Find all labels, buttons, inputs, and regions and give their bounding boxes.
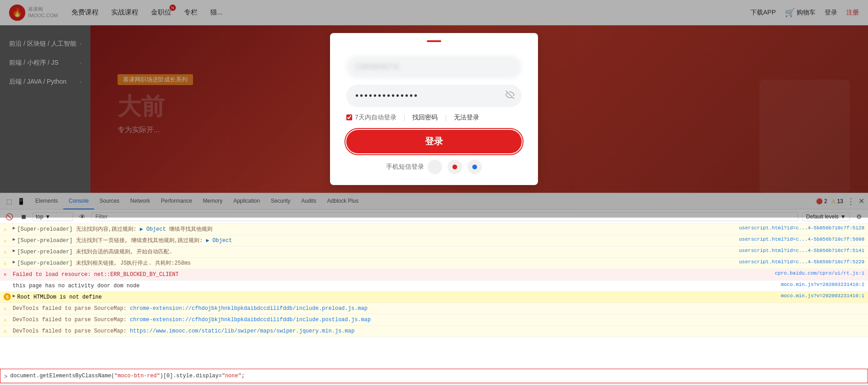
log-entry: ⚠ DevTools failed to parse SourceMap: ch… xyxy=(0,314,868,326)
modal-close-bar xyxy=(427,40,441,42)
expand-btn[interactable]: ▶ xyxy=(13,248,15,253)
log-source[interactable]: userscript.html?id=c...4-5b856b710c7f:51… xyxy=(739,248,864,253)
cmdline-prompt: > xyxy=(4,373,8,380)
svg-point-2 xyxy=(434,164,438,168)
svg-point-4 xyxy=(472,164,477,169)
log-entry: ⚠ ▶ [Super-preloader] 无法找到内容,跳过规则: ▶ Obj… xyxy=(0,224,868,235)
warning-icon: ⚠ xyxy=(4,327,11,334)
warning-icon: ⚠ xyxy=(4,237,11,243)
warning-icon: ⚠ xyxy=(4,316,11,323)
auto-login-label[interactable]: 7天内自动登录 xyxy=(346,114,396,122)
login-submit-btn[interactable]: 登录 xyxy=(346,130,522,153)
warning-icon: ⚠ xyxy=(4,248,11,255)
cmdline-input[interactable]: document.getElementsByClassName("moco-bt… xyxy=(10,373,864,379)
phone-login-link[interactable]: 手机短信登录 xyxy=(386,163,424,171)
eye-off-icon xyxy=(505,90,514,99)
log-source[interactable]: userscript.html?id=c...4-5b856b710c7f:52… xyxy=(739,259,864,265)
log-entry: 5 ▶ Root HTMLDom is not define moco.min.… xyxy=(0,292,868,303)
error-icon: ✕ xyxy=(4,271,11,277)
warning-icon: ⚠ xyxy=(4,304,11,311)
log-source[interactable]: cpro.baidu.com/cpro/ui/rt.js:1 xyxy=(775,271,864,276)
expand-btn[interactable]: ▶ xyxy=(13,259,15,265)
log-source[interactable]: userscript.html?id=c...4-5b856b710c7f:51… xyxy=(739,225,864,231)
warning-icon: ⚠ xyxy=(4,259,11,266)
wechat-icon[interactable] xyxy=(428,160,442,174)
log-entry: ✕ Failed to load resource: net::ERR_BLOC… xyxy=(0,269,868,280)
log-entry: ⚠ DevTools failed to parse SourceMap: ht… xyxy=(0,326,868,337)
toggle-password-btn[interactable] xyxy=(505,90,514,101)
auto-login-checkbox[interactable] xyxy=(346,114,352,120)
log-entry: this page has no activity door dom node … xyxy=(0,280,868,292)
find-password-link[interactable]: 找回密码 xyxy=(412,114,438,122)
warning-icon: ⚠ xyxy=(4,225,11,232)
console-cmdline: > document.getElementsByClassName("moco-… xyxy=(0,369,868,383)
svg-point-3 xyxy=(453,164,458,169)
qq-icon[interactable] xyxy=(467,160,482,174)
log-source[interactable]: moco.min.js?v=202003231410:2 xyxy=(781,282,864,287)
count-badge: 5 xyxy=(4,293,11,300)
log-source[interactable]: userscript.html?id=c...4-5b856b710c7f:50… xyxy=(739,237,864,242)
expand-btn[interactable]: ▶ xyxy=(13,237,15,242)
modal-overlay: 7天内自动登录 | 找回密码 | 无法登录 登录 手机短信登录 xyxy=(0,0,868,218)
username-input[interactable] xyxy=(346,56,522,78)
expand-btn[interactable]: ▶ xyxy=(13,293,15,299)
weibo-icon[interactable] xyxy=(448,160,462,174)
log-entry: ⚠ ▶ [Super-preloader] 未找到相关链接, JS执行停止. 共… xyxy=(0,258,868,269)
log-entry: ⚠ ▶ [Super-preloader] 无法找到下一页链接, 继续查找其他规… xyxy=(0,235,868,247)
modal-options: 7天内自动登录 | 找回密码 | 无法登录 xyxy=(346,114,522,122)
social-icons xyxy=(428,160,482,174)
password-input[interactable] xyxy=(346,85,522,107)
info-icon xyxy=(4,282,11,283)
username-group xyxy=(346,56,522,78)
password-group xyxy=(346,85,522,107)
phone-login-row: 手机短信登录 xyxy=(346,160,522,174)
expand-btn[interactable]: ▶ xyxy=(13,225,15,231)
cant-login-link[interactable]: 无法登录 xyxy=(454,114,479,122)
log-entry: ⚠ ▶ [Super-preloader] 未找到合适的高级规则, 开始自动匹配… xyxy=(0,247,868,258)
log-entry: ⚠ DevTools failed to parse SourceMap: ch… xyxy=(0,303,868,314)
devtools-panel: ⬚ 📱 Elements Console Sources Network Per… xyxy=(0,193,868,383)
console-log-area: ⚠ ▶ [Super-preloader] 无法找到内容,跳过规则: ▶ Obj… xyxy=(0,224,868,369)
log-source[interactable]: moco.min.js?v=202003231410:1 xyxy=(781,293,864,299)
login-modal: 7天内自动登录 | 找回密码 | 无法登录 登录 手机短信登录 xyxy=(330,33,538,185)
